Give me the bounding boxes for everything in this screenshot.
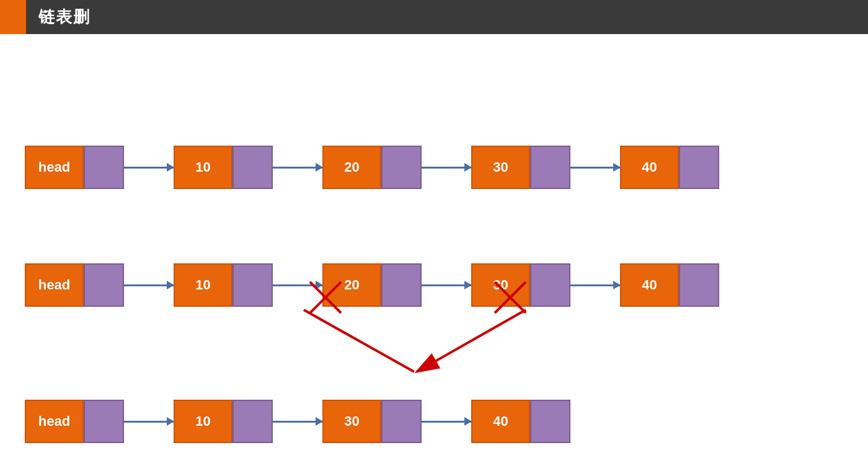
arrow-1-3 — [422, 167, 471, 169]
node-30-1: 30 — [471, 146, 570, 189]
node-value-10-3: 10 — [174, 400, 232, 443]
node-head-3: head — [25, 400, 124, 443]
node-next-30-1 — [530, 146, 570, 189]
node-value-40-1: 40 — [620, 146, 679, 189]
node-value-30-2: 30 — [471, 263, 530, 307]
node-next-head-3 — [84, 400, 124, 443]
list-row-2: head 10 20 30 40 — [25, 263, 719, 307]
node-head-1: head — [25, 146, 124, 189]
node-40-1: 40 — [620, 146, 719, 189]
node-30-3: 30 — [322, 400, 422, 443]
node-next-20-1 — [381, 146, 422, 189]
node-value-10-1: 10 — [174, 146, 232, 189]
node-30-2: 30 — [471, 263, 570, 307]
node-next-20-2 — [381, 263, 422, 307]
node-next-head-1 — [84, 146, 124, 189]
page-title: 链表删 — [26, 6, 91, 28]
node-40-2: 40 — [620, 263, 719, 307]
arrow-2-2 — [273, 284, 322, 286]
svg-line-6 — [417, 310, 526, 372]
node-value-head-3: head — [25, 400, 84, 443]
node-20-2: 20 — [322, 263, 422, 307]
page-header: 链表删 — [0, 0, 868, 34]
list-row-1: head 10 20 30 40 — [25, 146, 719, 189]
node-next-30-2 — [530, 263, 570, 307]
svg-line-5 — [304, 310, 414, 372]
content-area: head 10 20 30 40 head 10 — [0, 34, 868, 453]
node-next-40-3 — [530, 400, 570, 443]
list-row-3: head 10 30 40 — [25, 400, 570, 443]
node-next-head-2 — [84, 263, 124, 307]
arrow-2-1 — [124, 284, 174, 286]
node-next-30-3 — [381, 400, 422, 443]
arrow-3-2 — [273, 421, 322, 423]
node-next-10-3 — [232, 400, 273, 443]
node-10-3: 10 — [174, 400, 273, 443]
node-value-30-3: 30 — [322, 400, 381, 443]
node-value-40-2: 40 — [620, 263, 679, 307]
arrow-3-1 — [124, 421, 174, 423]
node-value-10-2: 10 — [174, 263, 232, 307]
node-next-10-2 — [232, 263, 273, 307]
node-40-3: 40 — [471, 400, 570, 443]
node-value-head-1: head — [25, 146, 84, 189]
accent-bar — [0, 0, 26, 34]
arrow-1-4 — [570, 167, 620, 169]
node-value-20-2: 20 — [322, 263, 381, 307]
arrow-2-3 — [422, 284, 471, 286]
arrow-2-4 — [570, 284, 620, 286]
node-20-1: 20 — [322, 146, 422, 189]
arrow-1-2 — [273, 167, 322, 169]
node-value-30-1: 30 — [471, 146, 530, 189]
node-next-10-1 — [232, 146, 273, 189]
deletion-arrows-svg — [0, 34, 868, 453]
node-value-20-1: 20 — [322, 146, 381, 189]
node-10-1: 10 — [174, 146, 273, 189]
node-next-40-2 — [679, 263, 719, 307]
arrow-3-3 — [422, 421, 471, 423]
node-value-40-3: 40 — [471, 400, 530, 443]
node-value-head-2: head — [25, 263, 84, 307]
node-10-2: 10 — [174, 263, 273, 307]
node-next-40-1 — [679, 146, 719, 189]
arrow-1-1 — [124, 167, 174, 169]
node-head-2: head — [25, 263, 124, 307]
